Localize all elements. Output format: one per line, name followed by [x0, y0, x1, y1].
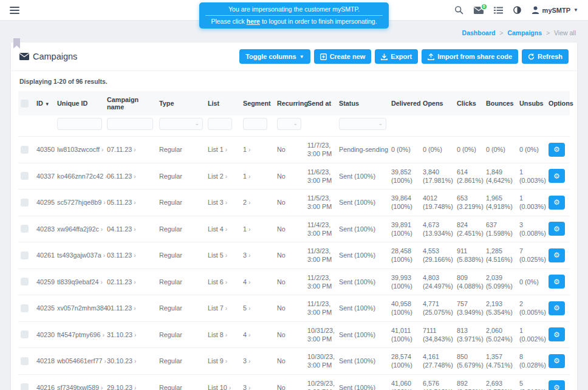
cell-list-link[interactable]: List 9›: [205, 348, 241, 375]
row-options-button[interactable]: ⚙: [549, 327, 565, 341]
cell-segment-link[interactable]: 1›: [241, 163, 275, 190]
cell-segment-link[interactable]: 1›: [241, 137, 275, 163]
col-header-opens[interactable]: Opens: [420, 91, 454, 115]
col-header-recurring[interactable]: Recurring: [275, 91, 305, 115]
row-checkbox[interactable]: [21, 330, 29, 338]
cell-campaign-name-link[interactable]: 03.11.23›: [104, 242, 157, 269]
cell-segment-link[interactable]: 3›: [241, 242, 275, 269]
cell-unique-id-link[interactable]: sf7349txwl589›: [55, 374, 104, 390]
cell-campaign-name-link[interactable]: 05.11.23›: [104, 190, 157, 216]
row-options-button[interactable]: ⚙: [549, 222, 565, 236]
cell-campaign-name-link[interactable]: 02.11.23›: [104, 269, 157, 295]
filter-list-input[interactable]: [208, 118, 232, 130]
row-checkbox[interactable]: [21, 146, 29, 154]
col-header-list[interactable]: List: [205, 91, 241, 115]
cell-unique-id-link[interactable]: ts493gajw037a›: [55, 242, 104, 269]
cell-campaign-name-link[interactable]: 01.11.23›: [104, 295, 157, 322]
row-checkbox[interactable]: [21, 357, 29, 365]
col-header-clicks[interactable]: Clicks: [454, 91, 484, 115]
cell-segment-link[interactable]: 2›: [241, 190, 275, 216]
cell-campaign-name-link[interactable]: 07.11.23›: [104, 137, 157, 163]
cell-list-link[interactable]: List 4›: [205, 216, 241, 242]
filter-campaign-name-input[interactable]: [107, 118, 153, 130]
export-button[interactable]: Export: [375, 49, 418, 64]
cell-unique-id-link[interactable]: ko466znn72c42›: [55, 163, 104, 190]
row-checkbox[interactable]: [21, 172, 29, 180]
col-header-send-at[interactable]: Send at: [305, 91, 337, 115]
download-icon: [381, 53, 388, 60]
col-header-unsubs[interactable]: Unsubs: [517, 91, 546, 115]
cell-clicks: 653 (3.219%): [454, 190, 484, 216]
col-header-delivered[interactable]: Delivered: [389, 91, 420, 115]
cell-list-link[interactable]: List 1›: [205, 137, 241, 163]
refresh-button[interactable]: Refresh: [522, 49, 569, 64]
cell-unique-id-link[interactable]: xw964ffa2j92c›: [55, 216, 104, 242]
cell-clicks: 757 (3.949%): [454, 295, 484, 322]
logout-here-link[interactable]: here: [247, 18, 260, 25]
select-all-checkbox[interactable]: [21, 100, 29, 108]
filter-status-select[interactable]: ⌄: [339, 118, 386, 130]
user-menu[interactable]: mySMTP ▼: [532, 6, 578, 14]
cell-unique-id-link[interactable]: wb054661erf77›: [55, 348, 104, 375]
search-icon[interactable]: [454, 5, 463, 15]
row-options-button[interactable]: ⚙: [549, 354, 565, 368]
cell-segment-link[interactable]: 1›: [241, 216, 275, 242]
row-checkbox[interactable]: [21, 304, 29, 312]
cell-segment-link[interactable]: 3›: [241, 348, 275, 375]
cell-list-link[interactable]: List 3›: [205, 190, 241, 216]
cell-unsubs: 5 (0.012%): [517, 374, 546, 390]
cell-unique-id-link[interactable]: lw8103zwcocff›: [55, 137, 104, 163]
theme-contrast-icon[interactable]: [513, 6, 521, 14]
row-options-button[interactable]: ⚙: [549, 169, 565, 183]
cell-campaign-name-link[interactable]: 31.10.23›: [104, 321, 157, 348]
cell-campaign-name-link[interactable]: 04.11.23›: [104, 216, 157, 242]
row-options-button[interactable]: ⚙: [549, 248, 565, 262]
row-checkbox[interactable]: [21, 199, 29, 207]
cell-segment-link[interactable]: 4›: [241, 321, 275, 348]
toggle-columns-button[interactable]: Toggle columns▼: [239, 49, 310, 64]
activity-log-icon[interactable]: [494, 7, 503, 14]
filter-type-select[interactable]: ⌄: [159, 118, 203, 130]
row-options-button[interactable]: ⚙: [549, 380, 565, 390]
hamburger-menu-icon[interactable]: [10, 7, 19, 14]
cell-unique-id-link[interactable]: tl839q9ebaf24›: [55, 269, 104, 295]
row-options-button[interactable]: ⚙: [549, 275, 565, 289]
cell-unique-id-link[interactable]: ft4547ptmy696›: [55, 321, 104, 348]
filter-recurring-select[interactable]: ⌄: [277, 118, 301, 130]
cell-list-link[interactable]: List 7›: [205, 295, 241, 322]
row-options-button[interactable]: ⚙: [549, 301, 565, 315]
col-header-bounces[interactable]: Bounces: [484, 91, 517, 115]
cell-segment-link[interactable]: 3›: [241, 374, 275, 390]
col-header-segment[interactable]: Segment: [241, 91, 275, 115]
cell-segment-link[interactable]: 4›: [241, 269, 275, 295]
filter-segment-input[interactable]: [243, 118, 267, 130]
col-header-campaign-name[interactable]: Campaign name: [104, 91, 157, 115]
create-new-button[interactable]: Create new: [314, 49, 372, 64]
row-checkbox[interactable]: [21, 383, 29, 390]
messages-envelope-icon[interactable]: 0: [474, 7, 484, 14]
cell-list-link[interactable]: List 6›: [205, 269, 241, 295]
cell-list-link[interactable]: List 5›: [205, 242, 241, 269]
row-checkbox[interactable]: [21, 225, 29, 233]
cell-campaign-name-link[interactable]: 30.10.23›: [104, 348, 157, 375]
import-share-code-button[interactable]: Import from share code: [422, 49, 518, 64]
row-checkbox[interactable]: [21, 278, 29, 286]
col-header-unique-id[interactable]: Unique ID: [55, 91, 104, 115]
cell-list-link[interactable]: List 10›: [205, 374, 241, 390]
cell-campaign-name-link[interactable]: 06.11.23›: [104, 163, 157, 190]
row-checkbox[interactable]: [21, 251, 29, 259]
filter-unique-id-input[interactable]: [57, 118, 102, 130]
cell-segment-link[interactable]: 5›: [241, 295, 275, 322]
cell-unique-id-link[interactable]: xv057n2mhm384›: [55, 295, 104, 322]
cell-unique-id-link[interactable]: sc5727hjqe8b9›: [55, 190, 104, 216]
row-options-button[interactable]: ⚙: [549, 143, 565, 157]
breadcrumb-dashboard[interactable]: Dashboard: [462, 29, 496, 36]
cell-list-link[interactable]: List 8›: [205, 321, 241, 348]
cell-list-link[interactable]: List 2›: [205, 163, 241, 190]
col-header-status[interactable]: Status: [337, 91, 389, 115]
row-options-button[interactable]: ⚙: [549, 196, 565, 210]
col-header-type[interactable]: Type: [157, 91, 205, 115]
cell-campaign-name-link[interactable]: 29.10.23›: [104, 374, 157, 390]
col-header-id[interactable]: ID▼: [34, 91, 55, 115]
breadcrumb-campaigns[interactable]: Campaigns: [507, 29, 542, 36]
